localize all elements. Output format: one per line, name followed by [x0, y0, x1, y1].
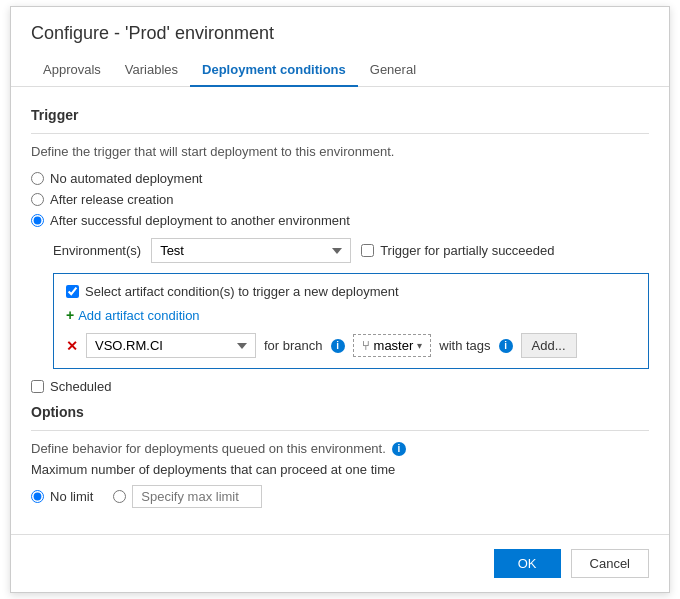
options-description: Define behavior for deployments queued o…: [31, 441, 649, 456]
specify-max-option[interactable]: [113, 485, 262, 508]
tags-info-icon[interactable]: i: [499, 339, 513, 353]
artifact-select[interactable]: VSO.RM.CI: [86, 333, 256, 358]
trigger-section-title: Trigger: [31, 107, 649, 123]
branch-info-icon[interactable]: i: [331, 339, 345, 353]
artifact-condition-label: Select artifact condition(s) to trigger …: [85, 284, 399, 299]
branch-dropdown-button[interactable]: master ▾: [374, 338, 423, 353]
no-limit-label: No limit: [50, 489, 93, 504]
branch-select-box[interactable]: ⑂ master ▾: [353, 334, 432, 357]
trigger-partial-label: Trigger for partially succeeded: [380, 243, 554, 258]
tab-general[interactable]: General: [358, 54, 428, 87]
artifact-condition-checkbox[interactable]: [66, 285, 79, 298]
trigger-partial-row: Trigger for partially succeeded: [361, 243, 554, 258]
for-branch-label: for branch: [264, 338, 323, 353]
dialog-footer: OK Cancel: [11, 534, 669, 592]
artifact-condition-box: Select artifact condition(s) to trigger …: [53, 273, 649, 369]
add-artifact-label: Add artifact condition: [78, 308, 199, 323]
cancel-button[interactable]: Cancel: [571, 549, 649, 578]
main-content: Trigger Define the trigger that will sta…: [11, 87, 669, 524]
tab-approvals[interactable]: Approvals: [31, 54, 113, 87]
dialog-title: Configure - 'Prod' environment: [11, 7, 669, 54]
radio-no-automated[interactable]: No automated deployment: [31, 171, 649, 186]
artifact-condition-row: ✕ VSO.RM.CI for branch i ⑂ master ▾ with…: [66, 333, 636, 358]
chevron-down-icon: ▾: [417, 340, 422, 351]
scheduled-label: Scheduled: [50, 379, 111, 394]
radio-after-release[interactable]: After release creation: [31, 192, 649, 207]
tab-bar: Approvals Variables Deployment condition…: [11, 54, 669, 87]
no-limit-radio[interactable]: [31, 490, 44, 503]
trigger-description: Define the trigger that will start deplo…: [31, 144, 649, 159]
options-info-icon[interactable]: i: [392, 442, 406, 456]
options-section-title: Options: [31, 404, 649, 420]
radio-after-successful[interactable]: After successful deployment to another e…: [31, 213, 649, 228]
options-section: Options Define behavior for deployments …: [31, 404, 649, 508]
configure-dialog: Configure - 'Prod' environment Approvals…: [10, 6, 670, 593]
environment-row: Environment(s) Test Trigger for partiall…: [53, 238, 649, 263]
ok-button[interactable]: OK: [494, 549, 561, 578]
plus-icon: +: [66, 307, 74, 323]
add-tags-button[interactable]: Add...: [521, 333, 577, 358]
branch-value: master: [374, 338, 414, 353]
max-deploy-label: Maximum number of deployments that can p…: [31, 462, 649, 477]
delete-artifact-icon[interactable]: ✕: [66, 338, 78, 354]
tab-deployment-conditions[interactable]: Deployment conditions: [190, 54, 358, 87]
after-successful-label: After successful deployment to another e…: [50, 213, 350, 228]
options-desc-text: Define behavior for deployments queued o…: [31, 441, 386, 456]
environment-select[interactable]: Test: [151, 238, 351, 263]
env-label: Environment(s): [53, 243, 141, 258]
add-artifact-button[interactable]: + Add artifact condition: [66, 307, 636, 323]
after-release-label: After release creation: [50, 192, 174, 207]
trigger-partial-checkbox[interactable]: [361, 244, 374, 257]
no-limit-option[interactable]: No limit: [31, 489, 93, 504]
tab-variables[interactable]: Variables: [113, 54, 190, 87]
artifact-header: Select artifact condition(s) to trigger …: [66, 284, 636, 299]
limit-row: No limit: [31, 485, 649, 508]
specify-max-radio[interactable]: [113, 490, 126, 503]
trigger-radio-group: No automated deployment After release cr…: [31, 171, 649, 228]
specify-max-input[interactable]: [132, 485, 262, 508]
with-tags-label: with tags: [439, 338, 490, 353]
scheduled-row: Scheduled: [31, 379, 649, 394]
scheduled-checkbox[interactable]: [31, 380, 44, 393]
git-branch-icon: ⑂: [362, 338, 370, 353]
no-automated-label: No automated deployment: [50, 171, 202, 186]
